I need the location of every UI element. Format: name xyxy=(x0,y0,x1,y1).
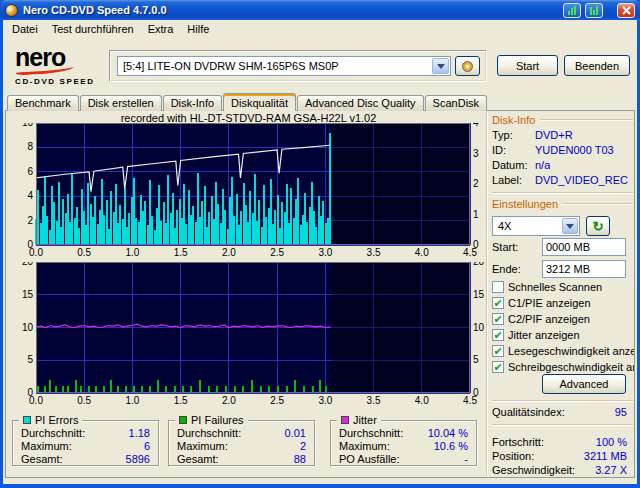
legend-color-swatch xyxy=(23,416,31,424)
svg-text:3.5: 3.5 xyxy=(367,395,381,406)
checkbox-label: C1/PIE anzeigen xyxy=(508,297,591,309)
nero-product-text: CD-DVD SPEED xyxy=(15,77,111,86)
quit-button[interactable]: Beenden xyxy=(564,55,630,76)
checkbox-c1-pie-anzeigen[interactable]: ✔C1/PIE anzeigen xyxy=(492,296,634,310)
scan-speed-arrow-button[interactable] xyxy=(562,218,578,234)
checkbox-label: Schnelles Scannen xyxy=(508,281,602,293)
svg-text:5: 5 xyxy=(27,354,33,365)
disk-id-label: ID: xyxy=(492,144,506,156)
checkbox-schnelles-scannen[interactable]: Schnelles Scannen xyxy=(492,280,634,294)
stat-label: Maximum: xyxy=(21,440,72,452)
refresh-icon: ↻ xyxy=(593,219,604,234)
stat-label: Durchschnitt: xyxy=(21,427,85,439)
checkbox-jitter-anzeigen[interactable]: ✔Jitter anzeigen xyxy=(492,328,634,342)
stat-row: PO Ausfälle:- xyxy=(339,453,468,466)
stat-row: Maximum:2 xyxy=(177,440,306,453)
menu-item-test-durchf-hren[interactable]: Test durchführen xyxy=(45,21,141,37)
mini-chart-icon xyxy=(568,6,576,15)
nero-brand-text: nero xyxy=(15,46,111,68)
quality-index-label: Qualitätsindex: xyxy=(492,406,565,418)
svg-text:2: 2 xyxy=(473,178,479,189)
disk-label-label: Label: xyxy=(492,174,522,186)
svg-text:0.0: 0.0 xyxy=(29,395,43,406)
section-separator xyxy=(492,424,633,426)
tab-advanced-disc-quality[interactable]: Advanced Disc Quality xyxy=(297,95,424,111)
stats-box-pi-failures: PI FailuresDurchschnitt:0.01Maximum:2Ges… xyxy=(168,420,315,466)
refresh-button[interactable]: ↻ xyxy=(586,216,610,236)
stats-box-legend: PI Errors xyxy=(19,414,82,426)
drive-select[interactable]: [5:4] LITE-ON DVDRW SHM-165P6S MS0P xyxy=(117,56,451,76)
checkbox-box[interactable]: ✔ xyxy=(492,313,504,325)
app-icon xyxy=(5,4,18,17)
checkbox-box[interactable]: ✔ xyxy=(492,361,504,373)
close-icon xyxy=(622,6,631,15)
app-window: Nero CD-DVD Speed 4.7.0.0 DateiTest durc… xyxy=(0,0,640,488)
menu-item-datei[interactable]: Datei xyxy=(5,21,45,37)
svg-text:1.5: 1.5 xyxy=(174,247,188,258)
svg-text:4: 4 xyxy=(27,190,33,201)
stat-row: Durchschnitt:1.18 xyxy=(21,427,150,440)
scan-start-label: Start: xyxy=(492,241,518,253)
checkbox-box[interactable] xyxy=(492,281,504,293)
stat-value: 2 xyxy=(300,440,306,452)
tab-disk-erstellen[interactable]: Disk erstellen xyxy=(80,95,162,111)
titlebar-graph-button-1[interactable] xyxy=(563,3,581,18)
titlebar-graph-button-2[interactable] xyxy=(585,3,603,18)
checkbox-schreibgeschwindigkeit-anzeigen[interactable]: ✔Schreibgeschwindigkeit anzeigen xyxy=(492,360,634,374)
nero-logo: nero CD-DVD SPEED xyxy=(15,46,111,86)
scan-speed-select[interactable]: 4X xyxy=(492,216,580,236)
stats-box-title: PI Failures xyxy=(191,414,244,426)
svg-text:10: 10 xyxy=(22,123,34,128)
svg-text:3.0: 3.0 xyxy=(318,395,332,406)
speed-value: 3.27 X xyxy=(595,464,627,476)
tab-benchmark[interactable]: Benchmark xyxy=(7,95,79,111)
stat-value: 0.01 xyxy=(285,427,306,439)
drive-select-arrow-button[interactable] xyxy=(432,58,449,74)
svg-text:1.0: 1.0 xyxy=(125,395,139,406)
scan-end-label: Ende: xyxy=(492,263,521,275)
section-separator xyxy=(492,400,633,402)
checkbox-c2-pif-anzeigen[interactable]: ✔C2/PIF anzeigen xyxy=(492,312,634,326)
stat-label: Maximum: xyxy=(339,440,390,452)
advanced-button[interactable]: Advanced xyxy=(542,374,626,394)
stat-value: 6 xyxy=(144,440,150,452)
progress-value: 100 % xyxy=(596,436,627,448)
stat-label: Maximum: xyxy=(177,440,228,452)
svg-text:15: 15 xyxy=(22,289,34,300)
titlebar[interactable]: Nero CD-DVD Speed 4.7.0.0 xyxy=(0,0,640,20)
svg-text:15: 15 xyxy=(473,289,485,300)
stat-value: 1.18 xyxy=(129,427,150,439)
checkbox-label: Schreibgeschwindigkeit anzeigen xyxy=(508,361,634,373)
tab-disk-info[interactable]: Disk-Info xyxy=(163,95,222,111)
checkbox-lesegeschwindigkeit-anzeigen[interactable]: ✔Lesegeschwindigkeit anzeigen xyxy=(492,344,634,358)
checkbox-box[interactable]: ✔ xyxy=(492,345,504,357)
scan-start-input[interactable] xyxy=(542,238,626,256)
chevron-down-icon xyxy=(566,224,574,229)
svg-text:2.5: 2.5 xyxy=(270,247,284,258)
disk-datum-value: n/a xyxy=(535,159,550,171)
menu-item-extra[interactable]: Extra xyxy=(141,21,181,37)
right-panel: Disk-Info Typ: DVD+R ID: YUDEN000 T03 Da… xyxy=(490,110,635,478)
close-button[interactable] xyxy=(617,3,635,18)
tab-scandisk[interactable]: ScanDisk xyxy=(425,95,487,111)
stats-box-legend: PI Failures xyxy=(175,414,248,426)
scan-speed-value: 4X xyxy=(498,220,511,232)
stat-value: 88 xyxy=(294,453,306,465)
settings-header-text: Einstellungen xyxy=(492,198,558,210)
menu-item-hilfe[interactable]: Hilfe xyxy=(180,21,216,37)
tab-diskqualit-t[interactable]: Diskqualität xyxy=(223,93,296,111)
start-button[interactable]: Start xyxy=(497,55,558,76)
stat-row: Maximum:10.6 % xyxy=(339,440,468,453)
svg-text:2.5: 2.5 xyxy=(270,395,284,406)
checkbox-box[interactable]: ✔ xyxy=(492,297,504,309)
header-rule xyxy=(540,119,633,121)
scan-end-input[interactable] xyxy=(542,260,626,278)
svg-text:10: 10 xyxy=(22,322,34,333)
stats-box-legend: Jitter xyxy=(337,414,381,426)
eject-disc-button[interactable] xyxy=(455,56,480,76)
svg-text:2: 2 xyxy=(27,215,33,226)
stats-box-title: Jitter xyxy=(353,414,377,426)
checkbox-box[interactable]: ✔ xyxy=(492,329,504,341)
stat-label: Gesamt: xyxy=(177,453,219,465)
disk-typ-label: Typ: xyxy=(492,129,513,141)
